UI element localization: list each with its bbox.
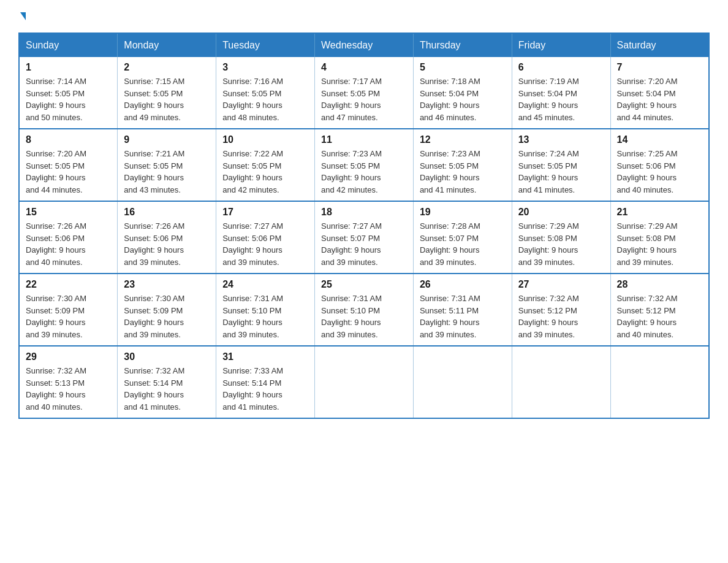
day-number: 21 <box>617 207 702 218</box>
day-info: Sunrise: 7:30 AMSunset: 5:09 PMDaylight:… <box>26 294 86 339</box>
day-number: 26 <box>420 279 506 290</box>
day-info: Sunrise: 7:28 AMSunset: 5:07 PMDaylight:… <box>420 221 480 267</box>
day-info: Sunrise: 7:23 AMSunset: 5:05 PMDaylight:… <box>321 149 382 194</box>
day-number: 15 <box>26 207 111 218</box>
day-info: Sunrise: 7:15 AMSunset: 5:05 PMDaylight:… <box>124 77 184 122</box>
day-info: Sunrise: 7:27 AMSunset: 5:06 PMDaylight:… <box>222 221 283 267</box>
calendar-week-row: 1 Sunrise: 7:14 AMSunset: 5:05 PMDayligh… <box>19 57 709 129</box>
calendar-header-row: SundayMondayTuesdayWednesdayThursdayFrid… <box>19 33 709 57</box>
day-info: Sunrise: 7:31 AMSunset: 5:10 PMDaylight:… <box>222 294 283 339</box>
day-number: 24 <box>222 279 308 290</box>
calendar-cell: 16 Sunrise: 7:26 AMSunset: 5:06 PMDaylig… <box>118 201 216 274</box>
day-info: Sunrise: 7:14 AMSunset: 5:05 PMDaylight:… <box>26 77 86 122</box>
calendar-cell: 4 Sunrise: 7:17 AMSunset: 5:05 PMDayligh… <box>315 57 414 129</box>
day-number: 5 <box>420 62 506 73</box>
calendar-cell: 14 Sunrise: 7:25 AMSunset: 5:06 PMDaylig… <box>610 129 709 201</box>
day-number: 1 <box>26 62 111 73</box>
day-number: 9 <box>124 134 210 145</box>
day-info: Sunrise: 7:22 AMSunset: 5:05 PMDaylight:… <box>222 149 283 194</box>
day-number: 23 <box>124 279 210 290</box>
day-number: 25 <box>321 279 407 290</box>
day-info: Sunrise: 7:31 AMSunset: 5:10 PMDaylight:… <box>321 294 382 339</box>
calendar-cell: 17 Sunrise: 7:27 AMSunset: 5:06 PMDaylig… <box>216 201 315 274</box>
logo-blue <box>18 12 26 20</box>
calendar-cell: 15 Sunrise: 7:26 AMSunset: 5:06 PMDaylig… <box>19 201 118 274</box>
day-number: 16 <box>124 207 210 218</box>
day-number: 22 <box>26 279 111 290</box>
calendar-cell <box>610 346 709 418</box>
day-info: Sunrise: 7:29 AMSunset: 5:08 PMDaylight:… <box>518 221 579 267</box>
calendar-cell: 28 Sunrise: 7:32 AMSunset: 5:12 PMDaylig… <box>610 274 709 346</box>
calendar-cell: 3 Sunrise: 7:16 AMSunset: 5:05 PMDayligh… <box>216 57 315 129</box>
day-info: Sunrise: 7:31 AMSunset: 5:11 PMDaylight:… <box>420 294 480 339</box>
calendar-cell: 10 Sunrise: 7:22 AMSunset: 5:05 PMDaylig… <box>216 129 315 201</box>
calendar-cell: 19 Sunrise: 7:28 AMSunset: 5:07 PMDaylig… <box>413 201 512 274</box>
day-info: Sunrise: 7:19 AMSunset: 5:04 PMDaylight:… <box>518 77 579 122</box>
day-info: Sunrise: 7:29 AMSunset: 5:08 PMDaylight:… <box>617 221 678 267</box>
day-number: 6 <box>518 62 604 73</box>
day-number: 20 <box>518 207 604 218</box>
day-number: 31 <box>222 351 308 362</box>
day-number: 30 <box>124 351 210 362</box>
day-number: 19 <box>420 207 506 218</box>
calendar-cell: 1 Sunrise: 7:14 AMSunset: 5:05 PMDayligh… <box>19 57 118 129</box>
day-info: Sunrise: 7:26 AMSunset: 5:06 PMDaylight:… <box>124 221 184 267</box>
calendar-week-row: 15 Sunrise: 7:26 AMSunset: 5:06 PMDaylig… <box>19 201 709 274</box>
page-header <box>18 12 710 20</box>
day-info: Sunrise: 7:24 AMSunset: 5:05 PMDaylight:… <box>518 149 579 194</box>
day-info: Sunrise: 7:32 AMSunset: 5:12 PMDaylight:… <box>518 294 579 339</box>
day-info: Sunrise: 7:20 AMSunset: 5:04 PMDaylight:… <box>617 77 678 122</box>
col-header-saturday: Saturday <box>610 33 709 57</box>
calendar-cell: 11 Sunrise: 7:23 AMSunset: 5:05 PMDaylig… <box>315 129 414 201</box>
calendar-cell: 6 Sunrise: 7:19 AMSunset: 5:04 PMDayligh… <box>512 57 610 129</box>
logo <box>18 12 26 20</box>
day-number: 10 <box>222 134 308 145</box>
col-header-thursday: Thursday <box>413 33 512 57</box>
calendar-cell <box>512 346 610 418</box>
col-header-wednesday: Wednesday <box>315 33 414 57</box>
col-header-friday: Friday <box>512 33 610 57</box>
calendar-table: SundayMondayTuesdayWednesdayThursdayFrid… <box>18 33 710 419</box>
day-number: 3 <box>222 62 308 73</box>
day-number: 27 <box>518 279 604 290</box>
calendar-cell: 2 Sunrise: 7:15 AMSunset: 5:05 PMDayligh… <box>118 57 216 129</box>
calendar-cell: 23 Sunrise: 7:30 AMSunset: 5:09 PMDaylig… <box>118 274 216 346</box>
day-number: 18 <box>321 207 407 218</box>
day-info: Sunrise: 7:17 AMSunset: 5:05 PMDaylight:… <box>321 77 382 122</box>
logo-arrow-icon <box>20 12 26 20</box>
calendar-cell: 8 Sunrise: 7:20 AMSunset: 5:05 PMDayligh… <box>19 129 118 201</box>
day-info: Sunrise: 7:32 AMSunset: 5:14 PMDaylight:… <box>124 366 184 412</box>
day-info: Sunrise: 7:16 AMSunset: 5:05 PMDaylight:… <box>222 77 283 122</box>
day-number: 17 <box>222 207 308 218</box>
day-number: 11 <box>321 134 407 145</box>
day-info: Sunrise: 7:27 AMSunset: 5:07 PMDaylight:… <box>321 221 382 267</box>
calendar-cell: 25 Sunrise: 7:31 AMSunset: 5:10 PMDaylig… <box>315 274 414 346</box>
calendar-cell: 5 Sunrise: 7:18 AMSunset: 5:04 PMDayligh… <box>413 57 512 129</box>
calendar-cell: 30 Sunrise: 7:32 AMSunset: 5:14 PMDaylig… <box>118 346 216 418</box>
day-number: 8 <box>26 134 111 145</box>
day-number: 14 <box>617 134 702 145</box>
calendar-cell: 9 Sunrise: 7:21 AMSunset: 5:05 PMDayligh… <box>118 129 216 201</box>
calendar-cell: 20 Sunrise: 7:29 AMSunset: 5:08 PMDaylig… <box>512 201 610 274</box>
day-number: 7 <box>617 62 702 73</box>
day-number: 4 <box>321 62 407 73</box>
calendar-cell: 22 Sunrise: 7:30 AMSunset: 5:09 PMDaylig… <box>19 274 118 346</box>
calendar-cell: 18 Sunrise: 7:27 AMSunset: 5:07 PMDaylig… <box>315 201 414 274</box>
calendar-week-row: 22 Sunrise: 7:30 AMSunset: 5:09 PMDaylig… <box>19 274 709 346</box>
col-header-sunday: Sunday <box>19 33 118 57</box>
calendar-cell: 21 Sunrise: 7:29 AMSunset: 5:08 PMDaylig… <box>610 201 709 274</box>
day-number: 28 <box>617 279 702 290</box>
calendar-cell: 13 Sunrise: 7:24 AMSunset: 5:05 PMDaylig… <box>512 129 610 201</box>
calendar-cell <box>315 346 414 418</box>
day-info: Sunrise: 7:33 AMSunset: 5:14 PMDaylight:… <box>222 366 283 412</box>
calendar-week-row: 8 Sunrise: 7:20 AMSunset: 5:05 PMDayligh… <box>19 129 709 201</box>
col-header-monday: Monday <box>118 33 216 57</box>
day-info: Sunrise: 7:18 AMSunset: 5:04 PMDaylight:… <box>420 77 480 122</box>
day-info: Sunrise: 7:30 AMSunset: 5:09 PMDaylight:… <box>124 294 184 339</box>
day-number: 29 <box>26 351 111 362</box>
day-info: Sunrise: 7:23 AMSunset: 5:05 PMDaylight:… <box>420 149 480 194</box>
calendar-cell: 12 Sunrise: 7:23 AMSunset: 5:05 PMDaylig… <box>413 129 512 201</box>
day-info: Sunrise: 7:25 AMSunset: 5:06 PMDaylight:… <box>617 149 678 194</box>
calendar-week-row: 29 Sunrise: 7:32 AMSunset: 5:13 PMDaylig… <box>19 346 709 418</box>
calendar-cell: 26 Sunrise: 7:31 AMSunset: 5:11 PMDaylig… <box>413 274 512 346</box>
